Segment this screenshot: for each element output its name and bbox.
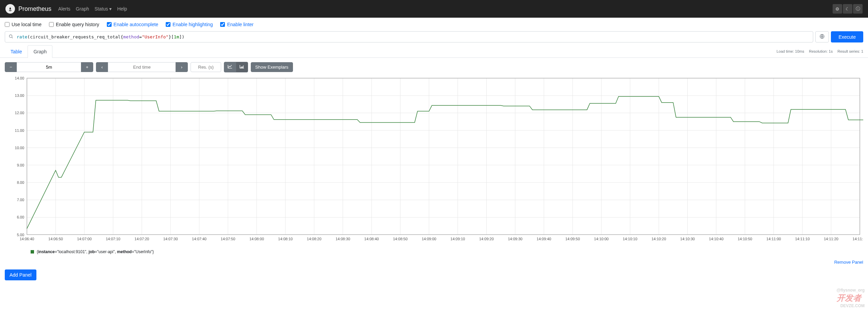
load-time: Load time: 10ms (776, 49, 804, 53)
nav-graph[interactable]: Graph (76, 6, 89, 12)
show-exemplars-button[interactable]: Show Exemplars (251, 62, 293, 72)
svg-text:14:09:30: 14:09:30 (508, 237, 523, 241)
nav-right: ⚙ ☾ ⓘ (833, 4, 863, 14)
svg-text:14:09:40: 14:09:40 (537, 237, 551, 241)
resolution-control (191, 62, 221, 72)
globe-clock-icon (819, 34, 825, 40)
legend[interactable]: {instance="localhost:9101", job="user-ap… (0, 246, 868, 258)
svg-text:14:10:40: 14:10:40 (709, 237, 724, 241)
svg-text:14:10:50: 14:10:50 (738, 237, 752, 241)
moon-icon: ☾ (846, 6, 850, 12)
svg-text:6.00: 6.00 (17, 215, 24, 219)
chevron-down-icon: ▾ (109, 6, 112, 12)
svg-point-1 (9, 35, 12, 37)
nav-status[interactable]: Status▾ (95, 6, 112, 12)
svg-text:12.00: 12.00 (15, 111, 24, 115)
svg-text:14:09:20: 14:09:20 (479, 237, 494, 241)
minus-icon: − (10, 65, 12, 70)
svg-text:9.00: 9.00 (17, 163, 24, 167)
chart-wrapper[interactable]: 5.006.007.008.009.0010.0011.0012.0013.00… (5, 76, 863, 243)
svg-text:14:11:10: 14:11:10 (795, 237, 810, 241)
svg-text:14:08:40: 14:08:40 (364, 237, 379, 241)
remove-panel-link[interactable]: Remove Panel (834, 260, 863, 265)
nav-help[interactable]: Help (117, 6, 127, 12)
settings-button[interactable]: ⚙ (833, 4, 842, 14)
svg-text:10.00: 10.00 (15, 146, 24, 150)
execute-button[interactable]: Execute (831, 31, 863, 42)
range-input[interactable] (17, 62, 81, 72)
info-icon: ⓘ (856, 6, 860, 12)
svg-text:11.00: 11.00 (15, 128, 24, 133)
chevron-right-icon: › (181, 65, 182, 70)
svg-text:14:06:40: 14:06:40 (20, 237, 34, 241)
svg-text:14:07:00: 14:07:00 (77, 237, 92, 241)
range-decrease-button[interactable]: − (5, 62, 17, 72)
svg-text:14:10:20: 14:10:20 (652, 237, 666, 241)
svg-text:14:11:00: 14:11:00 (766, 237, 781, 241)
option-label: Enable linter (227, 22, 253, 27)
option-enable-linter[interactable]: Enable linter (220, 22, 253, 27)
expression-input[interactable]: rate(circuit_breaker_requests_req_total{… (13, 32, 813, 42)
svg-text:14:09:50: 14:09:50 (565, 237, 580, 241)
svg-text:14:08:50: 14:08:50 (393, 237, 408, 241)
checkbox-enable-autocomplete[interactable] (107, 22, 112, 27)
tab-table[interactable]: Table (5, 45, 28, 58)
svg-text:13.00: 13.00 (15, 93, 24, 98)
area-chart-icon (239, 64, 245, 70)
option-label: Enable highlighting (173, 22, 213, 27)
theme-toggle-button[interactable]: ☾ (843, 4, 852, 14)
svg-text:14:08:10: 14:08:10 (278, 237, 293, 241)
tab-graph[interactable]: Graph (28, 45, 52, 58)
svg-text:14:09:00: 14:09:00 (422, 237, 436, 241)
option-label: Enable query history (56, 22, 99, 27)
graph-controls: − + ‹ › Show Exemplars (0, 58, 868, 76)
history-button[interactable] (815, 31, 829, 42)
checkbox-enable-linter[interactable] (220, 22, 225, 27)
svg-text:14:06:50: 14:06:50 (48, 237, 63, 241)
svg-text:14:09:10: 14:09:10 (451, 237, 465, 241)
checkbox-enable-query-history[interactable] (49, 22, 54, 27)
svg-text:14:08:00: 14:08:00 (249, 237, 264, 241)
svg-text:14:11:20: 14:11:20 (824, 237, 838, 241)
app-title: Prometheus (18, 5, 51, 13)
range-increase-button[interactable]: + (81, 62, 93, 72)
svg-text:7.00: 7.00 (17, 198, 24, 202)
range-control: − + (5, 62, 93, 72)
resolution-input[interactable] (191, 62, 221, 72)
end-time-input[interactable] (108, 62, 176, 72)
stacked-chart-button[interactable] (236, 62, 248, 72)
checkbox-enable-highlighting[interactable] (166, 22, 170, 27)
svg-text:14.00: 14.00 (15, 76, 24, 80)
svg-text:14:10:30: 14:10:30 (680, 237, 695, 241)
option-enable-autocomplete[interactable]: Enable autocomplete (107, 22, 159, 27)
svg-text:14:08:20: 14:08:20 (307, 237, 322, 241)
add-panel-button[interactable]: Add Panel (5, 269, 36, 280)
info-button[interactable]: ⓘ (853, 4, 863, 14)
line-chart-button[interactable] (224, 62, 236, 72)
option-label: Enable autocomplete (114, 22, 159, 27)
gear-icon: ⚙ (835, 6, 839, 12)
svg-text:14:07:20: 14:07:20 (134, 237, 149, 241)
svg-text:14:11:30: 14:11:30 (853, 237, 863, 241)
checkbox-use-local-time[interactable] (5, 22, 10, 27)
add-panel-row: Add Panel (0, 267, 868, 283)
svg-line-2 (12, 37, 13, 38)
chart-mode-toggle (224, 62, 248, 72)
option-enable-query-history[interactable]: Enable query history (49, 22, 99, 27)
query-input-wrap[interactable]: rate(circuit_breaker_requests_req_total{… (5, 31, 813, 42)
nav-alerts[interactable]: Alerts (58, 6, 70, 12)
query-bar: rate(circuit_breaker_requests_req_total{… (0, 31, 868, 45)
time-prev-button[interactable]: ‹ (96, 62, 108, 72)
time-control: ‹ › (96, 62, 188, 72)
brand: Prometheus (5, 4, 51, 14)
svg-text:14:07:10: 14:07:10 (106, 237, 120, 241)
svg-text:5.00: 5.00 (17, 233, 24, 237)
nav-status-label: Status (95, 6, 108, 12)
svg-text:14:10:10: 14:10:10 (623, 237, 637, 241)
option-enable-highlighting[interactable]: Enable highlighting (166, 22, 213, 27)
option-use-local-time[interactable]: Use local time (5, 22, 42, 27)
search-icon (9, 34, 13, 40)
remove-panel-row: Remove Panel (0, 258, 868, 267)
time-next-button[interactable]: › (176, 62, 188, 72)
chart-svg: 5.006.007.008.009.0010.0011.0012.0013.00… (5, 76, 863, 243)
